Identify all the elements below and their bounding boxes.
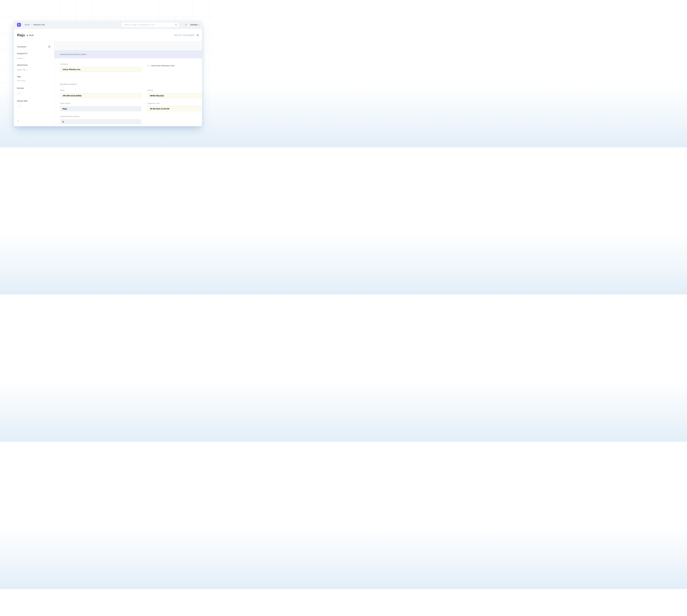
chevron-down-icon: ▾ <box>199 24 199 25</box>
print-icon[interactable] <box>197 34 199 37</box>
vehicle-field[interactable]: MH00-5612321 <box>147 93 202 98</box>
plus-icon: + <box>23 57 25 60</box>
plus-icon: + <box>19 92 20 94</box>
search-icon <box>175 23 177 26</box>
email-notification-row[interactable]: Initial Email Notification Sent <box>147 65 202 67</box>
app-window: E › Stock › Delivery Trip P Settings ▾ R… <box>14 21 202 126</box>
submit-banner: Submit this document to confirm <box>54 51 202 58</box>
reviews-label: Reviews <box>17 87 51 89</box>
settings-menu[interactable]: Settings ▾ <box>190 24 199 26</box>
breadcrumb-delivery-trip[interactable]: Delivery Trip <box>33 24 45 26</box>
attachments-label: Attachments <box>17 64 51 66</box>
settings-label: Settings <box>190 24 198 26</box>
tags-label: Tags <box>17 75 51 78</box>
company-field[interactable]: Unico Plastics Inc. <box>60 67 141 72</box>
email-notification-checkbox[interactable] <box>147 65 150 67</box>
departure-time-label: Departure Time <box>147 102 202 104</box>
chevron-right-icon: › <box>22 23 23 26</box>
sidebar-item-comments[interactable]: Comments 0 <box>17 45 51 48</box>
status-badge: Draft <box>29 34 33 36</box>
search-input[interactable] <box>124 23 175 26</box>
driver-label: Driver <box>60 89 141 91</box>
app-logo[interactable]: E <box>17 23 21 27</box>
assign-label: Assign <box>17 57 23 59</box>
form-toolbar-strip <box>54 42 202 51</box>
attach-file-label: Attach File <box>17 69 26 71</box>
plus-icon: + <box>27 69 28 71</box>
total-estimated-distance-label: Total Estimated Distance <box>60 115 141 117</box>
departure-time-field[interactable]: 30-08-2019 12:04:09 <box>147 106 202 111</box>
like-heart-icon[interactable]: ♥ <box>17 120 19 123</box>
global-search[interactable] <box>121 22 179 27</box>
status-dot-icon <box>27 35 28 36</box>
company-label: Company <box>60 63 141 65</box>
add-review-button[interactable]: + <box>17 91 22 95</box>
add-tag-button[interactable]: Add a tag ... <box>17 80 51 82</box>
section-divider <box>54 78 202 78</box>
email-notification-label: Initial Email Notification Sent <box>151 65 175 67</box>
assigned-to-label: Assigned To <box>17 52 51 54</box>
vehicle-label: Vehicle <box>147 89 202 91</box>
add-share-button[interactable]: + <box>17 104 22 108</box>
breadcrumb-stock[interactable]: Stock <box>25 24 30 26</box>
document-id: MAT-DT-2019-00002 <box>174 34 194 36</box>
document-sidebar: Comments 0 Assigned To Assign + Attachme… <box>14 42 54 126</box>
comments-label: Comments <box>17 46 26 48</box>
navbar: E › Stock › Delivery Trip P Settings ▾ <box>14 21 202 29</box>
form-area: Submit this document to confirm Company … <box>54 42 202 126</box>
shared-with-label: Shared With <box>17 100 51 102</box>
user-avatar[interactable]: P <box>184 23 188 27</box>
total-estimated-distance-field: 0 <box>60 119 141 124</box>
plus-icon: + <box>19 105 20 107</box>
driver-field[interactable]: HR-DRI-2019-00002 <box>60 93 141 98</box>
document-header: Raju Draft MAT-DT-2019-00002 <box>14 29 202 42</box>
chevron-right-icon: › <box>31 23 32 26</box>
submit-banner-text: Submit this document to confirm <box>60 53 87 56</box>
comments-count-badge: 0 <box>47 45 51 48</box>
driver-name-field: Raju <box>60 106 141 111</box>
attach-file-button[interactable]: Attach File + <box>17 69 51 71</box>
driver-name-label: Driver Name <box>60 102 141 104</box>
assign-button[interactable]: Assign + <box>17 57 51 60</box>
delivery-details-section-title: DELIVERY DETAILS <box>60 84 202 85</box>
page-title: Raju <box>17 33 25 37</box>
